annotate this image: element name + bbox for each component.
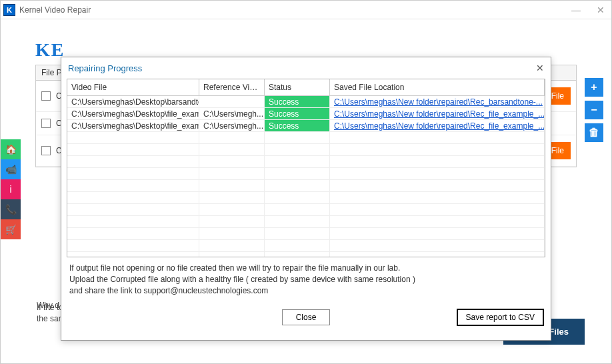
repairing-progress-dialog: Repairing Progress ✕ Video File Referenc… xyxy=(61,57,551,341)
cell-reference: C:\Users\megh... xyxy=(199,120,265,131)
table-row: C:\Users\meghas\Desktop\file_exam... C:\… xyxy=(67,108,545,120)
table-row xyxy=(67,204,545,216)
file-icon xyxy=(41,91,51,101)
table-row xyxy=(67,240,545,252)
add-file-button[interactable]: + xyxy=(585,78,603,97)
help-line: and share the link to support@nucleustec… xyxy=(69,285,543,297)
titlebar: K Kernel Video Repair — ✕ xyxy=(1,1,611,19)
col-reference-video[interactable]: Reference Video... xyxy=(199,79,265,95)
save-report-csv-button[interactable]: Save report to CSV xyxy=(457,309,544,326)
table-row xyxy=(67,252,545,257)
status-badge: Success xyxy=(265,108,330,119)
phone-icon[interactable]: 📞 xyxy=(1,199,21,219)
file-icon xyxy=(41,146,51,155)
table-body: C:\Users\meghas\Desktop\barsandto... Suc… xyxy=(67,96,545,257)
dialog-title: Repairing Progress xyxy=(68,63,536,73)
cell-reference: C:\Users\megh... xyxy=(199,108,265,119)
cell-video-file: C:\Users\meghas\Desktop\file_exam... xyxy=(67,120,199,131)
delete-button[interactable]: 🗑 xyxy=(585,123,603,142)
table-header: Video File Reference Video... Status Sav… xyxy=(67,79,545,96)
help-text: If output file not opening or no file cr… xyxy=(69,263,543,296)
cart-icon[interactable]: 🛒 xyxy=(1,219,21,239)
file-icon xyxy=(41,119,51,128)
cell-saved-location: C:\Users\meghas\New folder\repaired\Rec_… xyxy=(330,120,545,131)
saved-file-link[interactable]: C:\Users\meghas\New folder\repaired\Rec_… xyxy=(334,97,543,107)
status-badge: Success xyxy=(265,96,330,107)
table-row xyxy=(67,156,545,168)
dialog-button-bar: Close Save report to CSV xyxy=(61,296,551,332)
progress-table: Video File Reference Video... Status Sav… xyxy=(67,79,545,257)
video-icon[interactable]: 📹 xyxy=(1,159,21,179)
left-sidebar: 🏠 📹 i 📞 🛒 xyxy=(1,139,21,239)
saved-file-link[interactable]: C:\Users\meghas\New folder\repaired\Rec_… xyxy=(334,109,545,119)
close-window-button[interactable]: ✕ xyxy=(593,5,609,15)
right-toolbar: + − 🗑 xyxy=(585,78,603,142)
table-row xyxy=(67,168,545,180)
home-icon[interactable]: 🏠 xyxy=(1,139,21,159)
table-row xyxy=(67,216,545,228)
table-row xyxy=(67,180,545,192)
col-status[interactable]: Status xyxy=(265,79,330,95)
cell-saved-location: C:\Users\meghas\New folder\repaired\Rec_… xyxy=(330,108,545,119)
dialog-close-button[interactable]: Close xyxy=(282,309,331,325)
remove-file-button[interactable]: − xyxy=(585,101,603,119)
help-line: Upload the Corrupted file along with a h… xyxy=(69,274,543,285)
help-line: If output file not opening or no file cr… xyxy=(69,263,543,274)
status-badge: Success xyxy=(265,120,330,131)
main-area: KE File P C:\ ce File C:\ C:\ ce File + … xyxy=(1,19,611,363)
saved-file-link[interactable]: C:\Users\meghas\New folder\repaired\Rec_… xyxy=(334,121,545,131)
app-title: Kernel Video Repair xyxy=(19,5,567,15)
minimize-button[interactable]: — xyxy=(567,5,585,15)
table-row xyxy=(67,132,545,144)
cell-reference xyxy=(199,96,265,107)
cell-video-file: C:\Users\meghas\Desktop\file_exam... xyxy=(67,108,199,119)
table-row xyxy=(67,144,545,156)
table-row xyxy=(67,192,545,204)
table-row: C:\Users\meghas\Desktop\barsandto... Suc… xyxy=(67,96,545,108)
table-row: C:\Users\meghas\Desktop\file_exam... C:\… xyxy=(67,120,545,132)
app-icon: K xyxy=(3,4,15,16)
dialog-header: Repairing Progress ✕ xyxy=(61,57,551,79)
cell-saved-location: C:\Users\meghas\New folder\repaired\Rec_… xyxy=(330,96,545,107)
col-saved-location[interactable]: Saved File Location xyxy=(330,79,545,95)
table-row xyxy=(67,228,545,240)
dialog-close-icon[interactable]: ✕ xyxy=(536,63,544,73)
info-icon[interactable]: i xyxy=(1,179,21,199)
col-video-file[interactable]: Video File xyxy=(67,79,199,95)
cell-video-file: C:\Users\meghas\Desktop\barsandto... xyxy=(67,96,199,107)
